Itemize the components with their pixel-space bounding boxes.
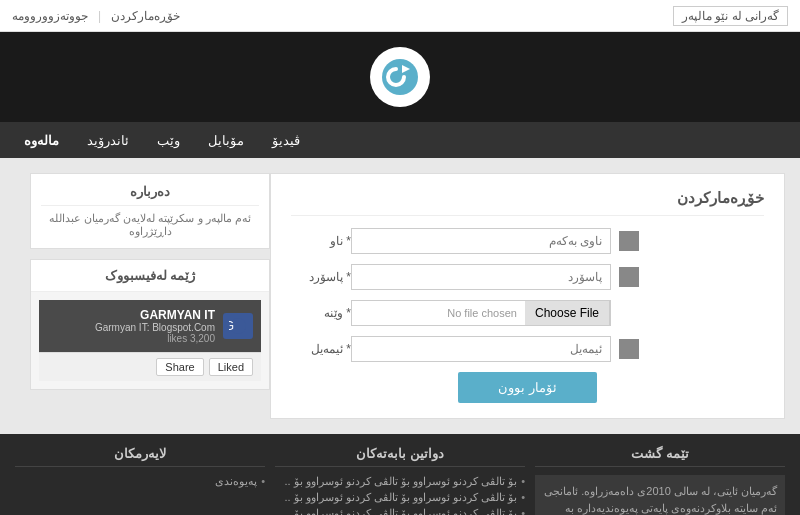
submit-button[interactable]: ئۆمار بوون [458,372,597,403]
file-no-chosen-label: No file chosen [352,302,525,324]
search-box[interactable]: گەرانی لە نێو مالپەر [673,6,788,26]
social-box: ژێمە لەفیسبووک G GARMYAN IT Garmyan IT: … [30,259,270,390]
nav-video[interactable]: ڤیدیۆ [268,133,304,148]
list-item[interactable]: بۆ تالڤی کردنو ئوسراوو بۆ تالڤی کردنو ئو… [275,491,525,504]
footer-col-posts: دواتین بابەتەکان بۆ تالڤی کردنو ئوسراوو … [275,446,525,515]
about-box: دەربارە ئەم مالپەر و سکرێپتە لەلایەن گەر… [30,173,270,249]
search-label: گەرانی لە نێو مالپەر [682,9,779,23]
footer-columns: تێمە گشت گەرمیان ئایتی، لە سالی 2010ی دا… [15,446,785,515]
footer-featured-text: گەرمیان ئایتی، لە سالی 2010ی داەمەزراوە.… [535,475,785,515]
email-row: * ئیمەیل [291,336,764,362]
nav-home[interactable]: مالەوە [20,133,63,148]
footer-links-list: پەیوەندی [15,475,265,488]
email-icon [619,339,639,359]
social-preview: G GARMYAN IT Garmyan IT: Blogspot.Com 3,… [31,292,269,389]
social-likes: 3,200 likes [95,333,215,344]
top-link-home[interactable]: جووتەزووروومە [12,9,88,23]
email-label: * ئیمەیل [301,342,351,356]
name-icon [619,231,639,251]
password-row: * پاسۆرد [291,264,764,290]
top-link-sep: | [98,9,101,23]
footer-col1-title: تێمە گشت [535,446,785,467]
share-button[interactable]: Share [156,358,203,376]
social-info: GARMYAN IT Garmyan IT: Blogspot.Com 3,20… [95,308,215,344]
list-item[interactable]: بۆ تالڤی کردنو ئوسراوو بۆ تالڤی کردنو ئو… [275,507,525,515]
svg-text:G: G [229,319,234,333]
top-bar: گەرانی لە نێو مالپەر خۆڕەمارکردن | جووتە… [0,0,800,32]
nav-android[interactable]: ئاندرۆید [83,133,133,148]
nav-mobile[interactable]: مۆبایل [204,133,248,148]
file-input-wrap: Choose File No file chosen [351,300,611,326]
social-name: GARMYAN IT [95,308,215,322]
footer-col2-title: دواتین بابەتەکان [275,446,525,467]
nav-web[interactable]: وێب [153,133,184,148]
submit-row: ئۆمار بوون [291,372,764,403]
social-inner: G GARMYAN IT Garmyan IT: Blogspot.Com 3,… [39,300,261,352]
social-actions: Liked Share [39,352,261,381]
main-content: خۆڕەمارکردن * ناو * پاسۆرد Choose File N… [0,158,800,434]
name-input[interactable] [351,228,611,254]
choose-file-button[interactable]: Choose File [525,301,610,325]
photo-row: Choose File No file chosen * وێنە [291,300,764,326]
footer-col-featured: تێمە گشت گەرمیان ئایتی، لە سالی 2010ی دا… [535,446,785,515]
password-label: * پاسۆرد [301,270,351,284]
social-title: ژێمە لەفیسبووک [31,260,269,292]
register-form-container: خۆڕەمارکردن * ناو * پاسۆرد Choose File N… [270,173,785,419]
sidebar: دەربارە ئەم مالپەر و سکرێپتە لەلایەن گەر… [30,173,270,419]
header [0,32,800,122]
name-label: * ناو [301,234,351,248]
list-item[interactable]: پەیوەندی [15,475,265,488]
site-logo [370,47,430,107]
list-item[interactable]: بۆ تالڤی کردنو ئوسراوو بۆ تالڤی کردنو ئو… [275,475,525,488]
email-input[interactable] [351,336,611,362]
name-row: * ناو [291,228,764,254]
photo-label: * وێنە [301,306,351,320]
social-sub: Garmyan IT: Blogspot.Com [95,322,215,333]
top-link-register[interactable]: خۆڕەمارکردن [111,9,180,23]
about-title: دەربارە [41,184,259,206]
password-input[interactable] [351,264,611,290]
navigation: ڤیدیۆ مۆبایل وێب ئاندرۆید مالەوە [0,122,800,158]
footer-col3-title: لایەرمکان [15,446,265,467]
top-links: خۆڕەمارکردن | جووتەزووروومە [12,9,180,23]
liked-button[interactable]: Liked [209,358,253,376]
about-text: ئەم مالپەر و سکرێپتە لەلایەن گەرمیان عبد… [41,212,259,238]
footer-col-links: لایەرمکان پەیوەندی [15,446,265,515]
footer: تێمە گشت گەرمیان ئایتی، لە سالی 2010ی دا… [0,434,800,515]
footer-posts-list: بۆ تالڤی کردنو ئوسراوو بۆ تالڤی کردنو ئو… [275,475,525,515]
facebook-icon: G [223,313,253,339]
form-title: خۆڕەمارکردن [291,189,764,216]
password-icon [619,267,639,287]
